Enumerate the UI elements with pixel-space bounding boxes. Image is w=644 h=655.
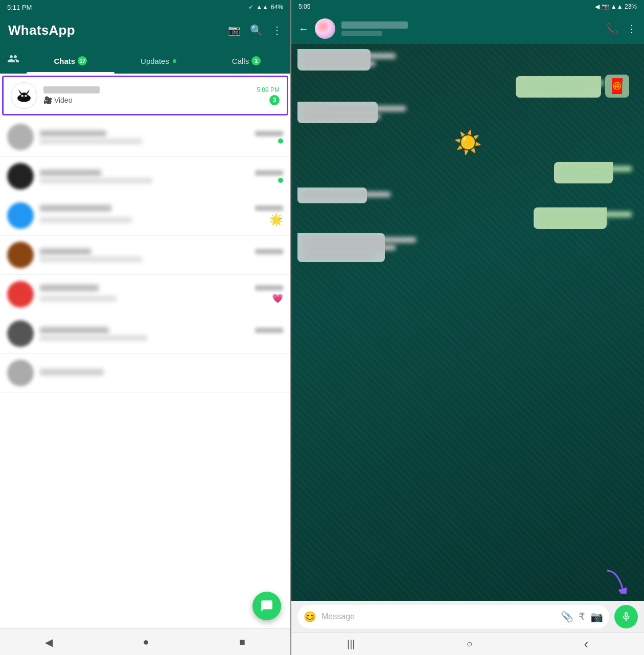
message-input[interactable]: Message	[321, 612, 556, 621]
chat-name-2	[40, 130, 106, 137]
search-icon[interactable]: 🔍	[250, 24, 263, 36]
nav-square-left[interactable]: ■	[239, 636, 245, 648]
instagram-icon: 📷	[602, 3, 609, 10]
unread-2	[278, 138, 283, 144]
msg-group-6	[534, 207, 638, 229]
chat-item-2[interactable]	[0, 118, 290, 157]
chat-info-7	[40, 327, 283, 341]
message-in-2	[297, 102, 378, 123]
nav-back-right[interactable]: ‹	[584, 636, 588, 652]
messages-area: 🧧 ☀️	[291, 44, 644, 601]
back-button[interactable]: ←	[298, 23, 309, 35]
chat-info-3	[40, 170, 283, 183]
tab-calls[interactable]: Calls 1	[202, 46, 290, 74]
status-icons-left: ✓ ▲▲ 64%	[248, 4, 283, 11]
message-in-4	[297, 233, 385, 262]
rupee-icon[interactable]: ₹	[579, 611, 585, 623]
chat-name-4	[40, 205, 111, 212]
message-in-1	[297, 49, 371, 71]
msg-group-2: 🧧	[516, 75, 638, 98]
unread-3	[278, 178, 283, 183]
chat-name-7	[40, 327, 109, 334]
phone-left: 5:11 PM ✓ ▲▲ 64% WhatsApp 📷 🔍 ⋮ Chats 17	[0, 0, 291, 655]
message-out-2	[554, 162, 613, 183]
chats-badge: 17	[78, 56, 87, 65]
chat-preview-5	[40, 256, 142, 262]
chat-item-5[interactable]	[0, 236, 290, 275]
avatar-2	[7, 124, 34, 150]
chat-item-4[interactable]: 🌟	[0, 196, 290, 236]
message-out-1	[516, 76, 601, 98]
emoji-input-icon[interactable]: 😊	[304, 611, 316, 623]
chat-preview-7	[40, 335, 147, 341]
emoji-sticker: ☀️	[297, 129, 638, 156]
chat-preview-4	[40, 217, 132, 223]
tab-updates[interactable]: Updates	[114, 46, 202, 74]
arrow-annotation	[602, 568, 628, 596]
battery-right: 23%	[625, 3, 637, 10]
camera-input-icon[interactable]: 📷	[590, 611, 603, 623]
messages-container: 🧧 ☀️	[291, 44, 644, 601]
msg-group-4	[554, 162, 638, 183]
chat-item-highlighted[interactable]: 5:09 PM 🎥 Video 3	[2, 76, 288, 115]
avatar-7	[7, 320, 34, 347]
more-options-chat-icon[interactable]: ⋮	[627, 22, 637, 35]
message-input-container[interactable]: 😊 Message 📎 ₹ 📷	[297, 605, 609, 628]
chat-time-2	[255, 131, 283, 136]
calls-badge: 1	[251, 56, 261, 65]
sticker-1: 🧧	[605, 75, 629, 98]
status-icons-right: ◀ 📷 ▲▲ 23%	[595, 3, 637, 10]
chat-name-5	[40, 248, 91, 255]
nav-recent-right[interactable]: |||	[347, 638, 355, 650]
message-out-3	[534, 207, 607, 229]
new-chat-fab[interactable]	[252, 592, 281, 620]
chat-contact-name-blurred	[341, 21, 408, 29]
mic-button[interactable]	[614, 605, 638, 628]
chat-item-3[interactable]	[0, 157, 290, 196]
avatar-4	[7, 202, 34, 229]
chat-contact-status-blurred	[341, 31, 382, 36]
whatsapp-header: WhatsApp 📷 🔍 ⋮	[0, 14, 290, 46]
nav-bar-right: ||| ○ ‹	[291, 633, 644, 655]
chat-preview-6	[40, 296, 117, 301]
time-left: 5:11 PM	[7, 4, 32, 11]
unread-badge-batman: 3	[269, 95, 280, 105]
chat-time-7	[255, 328, 283, 333]
signal-icon: ▲▲	[256, 4, 268, 11]
chat-info-6: 💗	[40, 285, 283, 304]
tabs-bar: Chats 17 Updates Calls 1	[0, 46, 290, 74]
avatar-6	[7, 281, 34, 308]
chat-list: 5:09 PM 🎥 Video 3	[0, 74, 290, 628]
chat-item-8[interactable]	[0, 354, 290, 393]
more-options-icon[interactable]: ⋮	[272, 24, 282, 36]
nav-home-right[interactable]: ○	[466, 638, 472, 650]
chat-info-2	[40, 130, 283, 144]
chat-header: ← 📞 ⋮	[291, 13, 644, 44]
nav-back-left[interactable]: ◀	[45, 636, 53, 648]
message-in-3	[297, 188, 367, 203]
chat-contact-avatar[interactable]	[315, 18, 335, 39]
community-tab-icon[interactable]	[0, 53, 27, 67]
chat-item-7[interactable]	[0, 314, 290, 354]
svg-point-4	[21, 95, 24, 97]
nav-home-left[interactable]: ●	[143, 636, 149, 648]
chat-info-batman: 5:09 PM 🎥 Video 3	[43, 86, 280, 105]
call-icon[interactable]: 📞	[606, 22, 618, 35]
input-bar: 😊 Message 📎 ₹ 📷	[291, 601, 644, 633]
chat-preview-2	[40, 138, 142, 144]
chat-name-6	[40, 285, 99, 291]
tab-calls-label: Calls	[232, 57, 249, 65]
chat-time-3	[255, 170, 283, 176]
avatar-8	[7, 360, 34, 386]
camera-icon[interactable]: 📷	[228, 24, 241, 36]
chat-info-5	[40, 248, 283, 262]
chat-header-actions: 📞 ⋮	[606, 22, 637, 35]
tab-updates-label: Updates	[141, 57, 169, 65]
avatar-3	[7, 163, 34, 190]
svg-marker-3	[26, 89, 30, 94]
battery-left: 64%	[271, 4, 283, 11]
status-bar-right: 5:05 ◀ 📷 ▲▲ 23%	[291, 0, 644, 13]
tab-chats[interactable]: Chats 17	[27, 46, 114, 74]
chat-item-6[interactable]: 💗	[0, 275, 290, 314]
attach-icon[interactable]: 📎	[561, 611, 573, 623]
